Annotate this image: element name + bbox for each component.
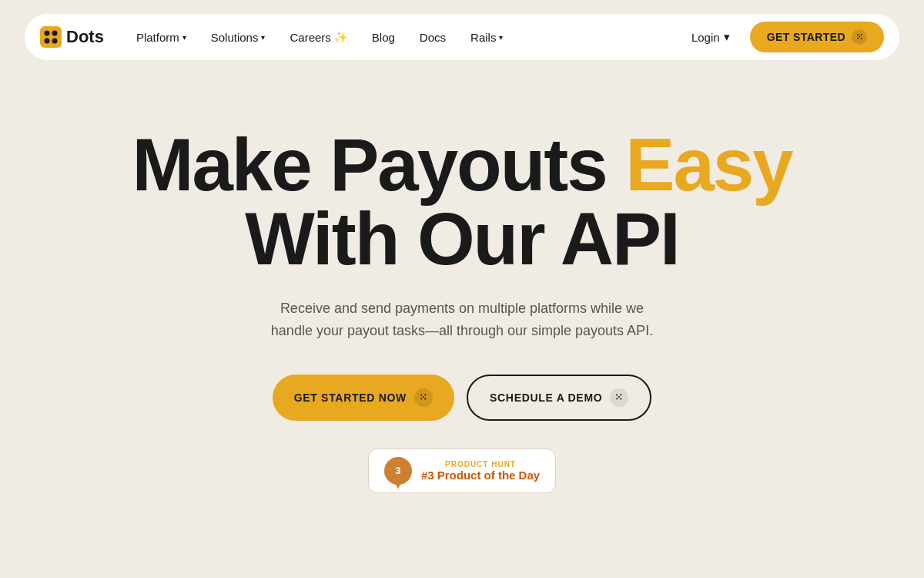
chevron-down-icon: ▾: [499, 33, 503, 42]
login-button[interactable]: Login ▾: [678, 24, 744, 50]
nav-item-docs[interactable]: Docs: [409, 25, 457, 50]
chevron-down-icon: ▾: [182, 33, 186, 42]
dots-icon: ⁙: [414, 388, 433, 407]
hero-title-highlight: Easy: [625, 123, 792, 206]
nav-item-careers[interactable]: Careers ✨: [279, 25, 357, 50]
nav-item-platform[interactable]: Platform ▾: [126, 25, 197, 50]
nav-inner: Dots Platform ▾ Solutions ▾ Careers ✨ Bl…: [25, 14, 899, 60]
ph-title: #3 Product of the Day: [421, 469, 540, 482]
schedule-demo-button[interactable]: SCHEDULE A DEMO ⁙: [467, 375, 651, 421]
hero-subtitle: Receive and send payments on multiple pl…: [262, 297, 662, 342]
sparkle-icon: ✨: [334, 31, 347, 43]
chevron-down-icon: ▾: [724, 30, 730, 44]
navbar: Dots Platform ▾ Solutions ▾ Careers ✨ Bl…: [0, 0, 924, 74]
ph-text: PRODUCT HUNT #3 Product of the Day: [421, 460, 540, 482]
svg-point-4: [52, 39, 58, 44]
nav-item-rails[interactable]: Rails ▾: [460, 25, 514, 50]
logo-text: Dots: [66, 27, 104, 47]
logo-icon: [40, 26, 62, 48]
logo[interactable]: Dots: [40, 26, 104, 48]
ph-label: PRODUCT HUNT: [421, 460, 540, 469]
nav-right: Login ▾ GET STARTED ⁙: [678, 22, 884, 52]
product-hunt-badge[interactable]: 3 PRODUCT HUNT #3 Product of the Day: [368, 449, 556, 493]
get-started-now-button[interactable]: GET STARTED NOW ⁙: [273, 375, 454, 421]
dots-icon: ⁙: [852, 29, 867, 45]
nav-item-solutions[interactable]: Solutions ▾: [200, 25, 276, 50]
hero-title-part2: With Our API: [245, 197, 679, 280]
svg-point-2: [52, 31, 58, 36]
hero-title: Make Payouts Easy With Our API: [132, 128, 792, 276]
nav-links: Platform ▾ Solutions ▾ Careers ✨ Blog Do…: [126, 25, 678, 50]
chevron-down-icon: ▾: [261, 33, 265, 42]
svg-point-1: [45, 31, 50, 36]
nav-item-blog[interactable]: Blog: [361, 25, 406, 50]
hero-buttons: GET STARTED NOW ⁙ SCHEDULE A DEMO ⁙: [273, 375, 652, 421]
medal-icon: 3: [384, 457, 412, 485]
svg-point-3: [45, 39, 50, 44]
dots-icon: ⁙: [610, 388, 628, 407]
svg-rect-0: [40, 26, 62, 48]
hero-title-part1: Make Payouts: [132, 123, 625, 206]
hero-section: Make Payouts Easy With Our API Receive a…: [0, 74, 924, 493]
nav-get-started-button[interactable]: GET STARTED ⁙: [750, 22, 884, 52]
